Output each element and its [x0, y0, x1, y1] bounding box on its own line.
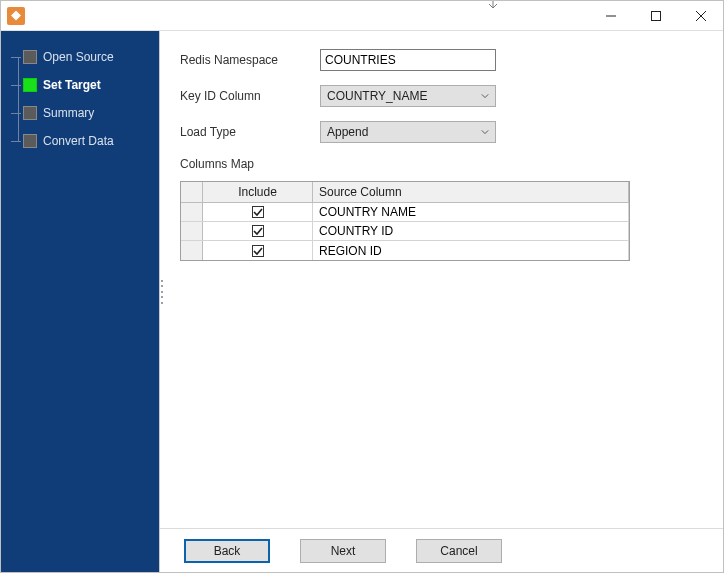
redis-namespace-input[interactable] [320, 49, 496, 71]
include-checkbox[interactable] [252, 206, 264, 218]
key-id-select[interactable]: COUNTRY_NAME [320, 85, 496, 107]
minimize-button[interactable] [588, 2, 633, 30]
source-cell[interactable]: COUNTRY ID [313, 222, 629, 240]
source-cell[interactable]: COUNTRY NAME [313, 203, 629, 221]
row-redis-namespace: Redis Namespace [180, 49, 709, 71]
columns-grid: Include Source Column COUNTRY NAME [180, 181, 630, 261]
step-box-icon [23, 106, 37, 120]
dropdown-caret-icon [486, 0, 500, 13]
step-box-icon [23, 78, 37, 92]
footer: Back Next Cancel [160, 528, 723, 572]
grid-header: Include Source Column [181, 182, 629, 203]
sidebar-item-label: Summary [43, 106, 94, 120]
back-button[interactable]: Back [184, 539, 270, 563]
main-panel: Redis Namespace Key ID Column COUNTRY_NA… [159, 31, 723, 572]
key-id-value: COUNTRY_NAME [327, 89, 427, 103]
app-window: Open Source Set Target Summary Convert D… [0, 0, 724, 573]
columns-map-label: Columns Map [180, 157, 709, 171]
row-header[interactable] [181, 203, 203, 221]
source-cell[interactable]: REGION ID [313, 241, 629, 260]
grid-row[interactable]: COUNTRY ID [181, 222, 629, 241]
cancel-button[interactable]: Cancel [416, 539, 502, 563]
maximize-button[interactable] [633, 2, 678, 30]
grid-header-include[interactable]: Include [203, 182, 313, 202]
row-load-type: Load Type Append [180, 121, 709, 143]
load-type-label: Load Type [180, 125, 320, 139]
load-type-value: Append [327, 125, 368, 139]
cancel-button-label: Cancel [440, 544, 477, 558]
key-id-label: Key ID Column [180, 89, 320, 103]
include-checkbox[interactable] [252, 245, 264, 257]
row-header[interactable] [181, 241, 203, 260]
form-area: Redis Namespace Key ID Column COUNTRY_NA… [160, 31, 723, 528]
load-type-select[interactable]: Append [320, 121, 496, 143]
grid-row[interactable]: COUNTRY NAME [181, 203, 629, 222]
grid-header-source[interactable]: Source Column [313, 182, 629, 202]
chevron-down-icon [481, 128, 489, 136]
titlebar [1, 1, 723, 31]
include-checkbox[interactable] [252, 225, 264, 237]
grid-header-rowselector [181, 182, 203, 202]
include-cell[interactable] [203, 241, 313, 260]
next-button[interactable]: Next [300, 539, 386, 563]
sidebar-item-label: Set Target [43, 78, 101, 92]
close-button[interactable] [678, 2, 723, 30]
include-cell[interactable] [203, 222, 313, 240]
chevron-down-icon [481, 92, 489, 100]
sidebar: Open Source Set Target Summary Convert D… [1, 31, 159, 572]
grid-row[interactable]: REGION ID [181, 241, 629, 260]
sidebar-item-summary[interactable]: Summary [1, 99, 159, 127]
step-box-icon [23, 134, 37, 148]
next-button-label: Next [331, 544, 356, 558]
sidebar-item-convert-data[interactable]: Convert Data [1, 127, 159, 155]
include-cell[interactable] [203, 203, 313, 221]
back-button-label: Back [214, 544, 241, 558]
splitter-handle[interactable] [161, 280, 166, 304]
step-box-icon [23, 50, 37, 64]
sidebar-item-open-source[interactable]: Open Source [1, 43, 159, 71]
sidebar-item-label: Convert Data [43, 134, 114, 148]
body: Open Source Set Target Summary Convert D… [1, 31, 723, 572]
redis-namespace-label: Redis Namespace [180, 53, 320, 67]
app-icon [7, 7, 25, 25]
svg-rect-0 [651, 11, 660, 20]
row-header[interactable] [181, 222, 203, 240]
row-key-id: Key ID Column COUNTRY_NAME [180, 85, 709, 107]
sidebar-item-label: Open Source [43, 50, 114, 64]
sidebar-item-set-target[interactable]: Set Target [1, 71, 159, 99]
